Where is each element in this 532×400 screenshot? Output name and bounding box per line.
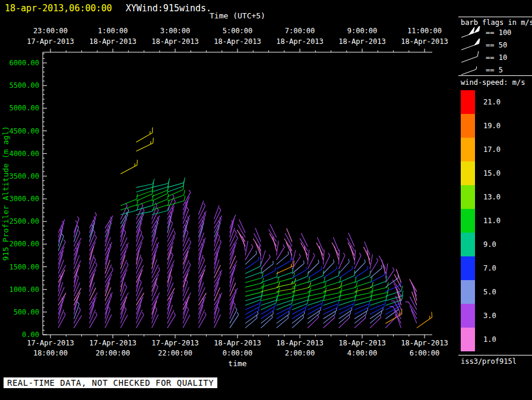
colorbar-value: 17.0 — [483, 145, 501, 154]
colorbar-swatch — [461, 185, 475, 209]
colorbar-value: 1.0 — [483, 335, 496, 344]
colorbar-entry: 9.0 — [461, 233, 501, 256]
colorbar-entry: 17.0 — [461, 138, 501, 161]
svg-text:4500.00: 4500.00 — [9, 127, 39, 135]
svg-text:18-Apr-2013: 18-Apr-2013 — [401, 339, 448, 347]
colorbar-swatch — [461, 233, 475, 256]
panel-divider-mid — [458, 75, 532, 76]
colorbar-swatch — [461, 304, 475, 328]
svg-text:6000.00: 6000.00 — [9, 59, 39, 67]
barb-legend-row: == 10 — [460, 51, 532, 64]
svg-text:0.00: 0.00 — [22, 331, 39, 339]
quality-warning: REAL-TIME DATA, NOT CHECKED FOR QUALITY — [4, 377, 217, 388]
svg-text:23:00:00: 23:00:00 — [33, 27, 68, 35]
wind-barb-glyph-icon — [460, 64, 483, 77]
wind-barb-glyph-icon — [460, 51, 483, 64]
colorbar-value: 3.0 — [483, 312, 496, 320]
svg-text:18-Apr-2013: 18-Apr-2013 — [338, 339, 385, 347]
colorbar-entry: 11.0 — [461, 209, 501, 233]
colorbar-entry: 3.0 — [461, 304, 501, 328]
svg-text:17-Apr-2013: 17-Apr-2013 — [27, 37, 74, 46]
colorbar-entry: 1.0 — [461, 328, 501, 351]
svg-text:18-Apr-2013: 18-Apr-2013 — [401, 37, 448, 46]
colorbar-entry: 13.0 — [461, 185, 501, 209]
svg-text:3000.00: 3000.00 — [9, 195, 39, 203]
svg-text:915 Profiler Altitude (m agl): 915 Profiler Altitude (m agl) — [1, 126, 10, 261]
colorbar-value: 9.0 — [483, 240, 496, 249]
wind-barbs — [58, 128, 432, 328]
svg-text:22:00:00: 22:00:00 — [158, 349, 192, 357]
axes — [43, 49, 432, 338]
svg-text:2500.00: 2500.00 — [9, 217, 39, 226]
svg-text:5000.00: 5000.00 — [9, 104, 39, 112]
svg-text:17-Apr-2013: 17-Apr-2013 — [151, 339, 198, 347]
svg-text:18-Apr-2013: 18-Apr-2013 — [214, 37, 261, 46]
barb-legend-label: == 10 — [486, 53, 507, 62]
colorbar-title: wind-speed: m/s — [461, 78, 525, 87]
svg-text:0:00:00: 0:00:00 — [223, 349, 253, 357]
colorbar-swatch — [461, 328, 475, 351]
svg-text:3:00:00: 3:00:00 — [160, 27, 191, 35]
svg-text:18:00:00: 18:00:00 — [33, 349, 68, 357]
barb-legend-row: == 100 — [460, 26, 532, 39]
barb-legend-row: == 50 — [460, 39, 532, 51]
wind-barb-glyph-icon — [460, 39, 483, 52]
svg-text:3500.00: 3500.00 — [9, 172, 39, 180]
svg-text:time: time — [228, 359, 246, 368]
svg-text:18-Apr-2013: 18-Apr-2013 — [151, 37, 198, 46]
colorbar-swatch — [461, 114, 475, 138]
colorbar-entry: 7.0 — [461, 256, 501, 280]
barb-legend-row: == 5 — [460, 64, 532, 76]
svg-text:17-Apr-2013: 17-Apr-2013 — [89, 339, 136, 347]
svg-text:Time (UTC+5): Time (UTC+5) — [210, 11, 265, 20]
svg-text:20:00:00: 20:00:00 — [96, 349, 130, 357]
colorbar-value: 7.0 — [483, 264, 496, 272]
svg-text:11:00:00: 11:00:00 — [407, 27, 442, 35]
svg-text:7:00:00: 7:00:00 — [285, 27, 315, 35]
svg-text:5500.00: 5500.00 — [9, 81, 39, 90]
svg-text:18-Apr-2013: 18-Apr-2013 — [276, 37, 323, 46]
svg-text:1000.00: 1000.00 — [9, 285, 39, 294]
colorbar-entry: 19.0 — [461, 114, 501, 138]
barb-legend-label: == 100 — [486, 28, 511, 37]
colorbar-swatch — [461, 280, 475, 304]
colorbar-value: 13.0 — [483, 193, 501, 201]
app-root: 18-apr-2013,06:00:00 XYWind:915winds. 0.… — [0, 0, 532, 400]
wind-barb-glyph-icon — [460, 26, 483, 39]
barb-legend-label: == 50 — [486, 41, 507, 49]
svg-text:1:00:00: 1:00:00 — [98, 27, 128, 35]
source-label: iss3/prof915l — [461, 357, 517, 366]
panel-divider-bottom — [458, 355, 532, 355]
svg-text:2000.00: 2000.00 — [9, 240, 39, 248]
colorbar-swatch — [461, 209, 475, 233]
svg-text:6:00:00: 6:00:00 — [410, 349, 440, 357]
colorbar-swatch — [461, 138, 475, 161]
svg-text:17-Apr-2013: 17-Apr-2013 — [27, 339, 74, 347]
svg-text:18-Apr-2013: 18-Apr-2013 — [338, 37, 385, 46]
colorbar-swatch — [461, 256, 475, 280]
colorbar: 21.019.017.015.013.011.09.07.05.03.01.0 — [461, 90, 501, 351]
colorbar-value: 5.0 — [483, 288, 496, 296]
svg-text:9:00:00: 9:00:00 — [347, 27, 378, 35]
svg-text:18-Apr-2013: 18-Apr-2013 — [276, 339, 323, 347]
colorbar-swatch — [461, 90, 475, 114]
colorbar-value: 15.0 — [483, 169, 501, 177]
svg-text:1500.00: 1500.00 — [9, 263, 39, 271]
panel-divider-top — [458, 17, 532, 17]
svg-text:500.00: 500.00 — [14, 308, 39, 316]
colorbar-value: 19.0 — [483, 122, 501, 130]
colorbar-value: 11.0 — [483, 217, 501, 225]
barb-legend: == 100== 50== 10== 5 — [460, 26, 532, 76]
svg-text:18-Apr-2013: 18-Apr-2013 — [89, 37, 136, 46]
colorbar-swatch — [461, 161, 475, 185]
colorbar-entry: 5.0 — [461, 280, 501, 304]
svg-text:4:00:00: 4:00:00 — [347, 349, 378, 357]
barb-legend-label: == 5 — [486, 66, 503, 74]
svg-text:18-Apr-2013: 18-Apr-2013 — [214, 339, 261, 347]
svg-text:4000.00: 4000.00 — [9, 150, 39, 158]
svg-text:5:00:00: 5:00:00 — [223, 27, 253, 35]
colorbar-entry: 21.0 — [461, 90, 501, 114]
colorbar-value: 21.0 — [483, 98, 501, 106]
colorbar-entry: 15.0 — [461, 161, 501, 185]
svg-text:2:00:00: 2:00:00 — [285, 349, 315, 357]
